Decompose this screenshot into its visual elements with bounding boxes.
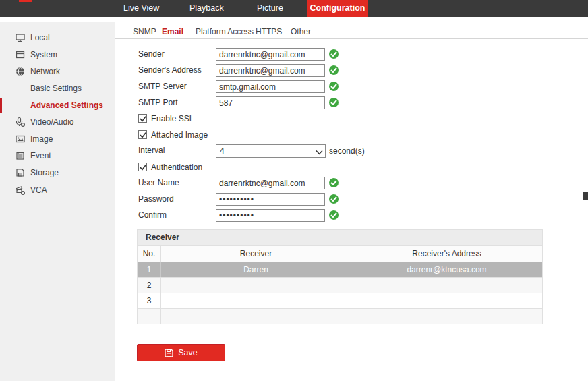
cell-receiver — [161, 293, 351, 308]
interval-suffix: second(s) — [329, 144, 365, 158]
sidebar-item-advanced-settings[interactable]: Advanced Settings — [0, 97, 115, 114]
nav-live-view[interactable]: Live View — [123, 0, 159, 17]
confirm-input[interactable] — [216, 209, 325, 222]
tab-email[interactable]: Email — [160, 26, 185, 39]
logo-fragment — [19, 0, 32, 2]
configuration-page: Live View Playback Picture Configuration… — [0, 0, 588, 381]
sidebar-item-label: Basic Settings — [30, 80, 82, 97]
interval-label: Interval — [138, 144, 165, 157]
sidebar-item-system[interactable]: System — [0, 47, 115, 63]
save-button[interactable]: Save — [137, 344, 225, 361]
valid-check-icon — [329, 82, 339, 91]
sidebar-item-label: System — [30, 47, 57, 63]
top-nav-bar: Live View Playback Picture Configuration — [0, 0, 588, 17]
cell-address — [351, 293, 542, 308]
microphone-icon — [15, 117, 26, 127]
confirm-label: Confirm — [138, 209, 167, 222]
tab-divider — [115, 38, 588, 39]
tab-https[interactable]: HTTPS — [254, 26, 283, 39]
tab-other[interactable]: Other — [289, 26, 312, 39]
cell-receiver — [161, 309, 351, 324]
password-input[interactable] — [216, 193, 325, 206]
sender-label: Sender — [138, 48, 165, 61]
scrollbar-thumb[interactable] — [583, 192, 588, 200]
sidebar-item-local[interactable]: Local — [0, 30, 115, 47]
cell-no: 3 — [138, 293, 161, 308]
save-button-label: Save — [178, 348, 198, 357]
sidebar-item-label: VCA — [30, 182, 47, 199]
interval-value: 4 — [220, 145, 225, 157]
sidebar-item-label: Video/Audio — [30, 114, 74, 131]
checkbox-icon — [138, 114, 147, 123]
sidebar: Local System Network Basic Settings Adva… — [0, 22, 115, 381]
tab-snmp[interactable]: SNMP — [131, 26, 158, 39]
smtp-server-input[interactable] — [216, 80, 325, 93]
chevron-down-icon — [316, 148, 323, 157]
receiver-table: Receiver No. Receiver Receiver's Address… — [137, 229, 543, 324]
active-indicator-bar — [0, 98, 2, 113]
sidebar-item-label: Event — [30, 148, 51, 165]
sidebar-item-network[interactable]: Network — [0, 63, 115, 80]
cell-no: 2 — [138, 278, 161, 293]
sidebar-item-label: Storage — [30, 165, 59, 181]
sidebar-item-image[interactable]: Image — [0, 131, 115, 148]
user-name-input[interactable] — [216, 177, 325, 189]
smtp-port-input[interactable] — [216, 96, 325, 109]
sidebar-item-vca[interactable]: VCA — [0, 182, 115, 199]
smtp-port-label: SMTP Port — [138, 96, 177, 109]
attached-image-label: Attached Image — [151, 129, 208, 140]
monitor-icon — [15, 32, 26, 43]
sender-address-input[interactable] — [216, 64, 325, 77]
password-label: Password — [138, 193, 174, 206]
sidebar-item-video-audio[interactable]: Video/Audio — [0, 114, 115, 131]
globe-icon — [15, 66, 26, 77]
valid-check-icon — [329, 98, 339, 107]
sidebar-item-label: Advanced Settings — [30, 97, 103, 114]
valid-check-icon — [329, 65, 339, 75]
table-row[interactable]: 3 — [138, 293, 542, 308]
sidebar-item-label: Local — [30, 30, 50, 47]
interval-select[interactable]: 4 — [216, 144, 326, 158]
cell-address: darrenr@ktncusa.com — [351, 262, 542, 277]
cell-no: 1 — [138, 262, 161, 277]
table-row[interactable]: 2 — [138, 277, 542, 293]
sidebar-item-label: Network — [30, 63, 60, 80]
table-row[interactable] — [138, 308, 542, 324]
cell-address — [351, 309, 542, 324]
checkbox-icon — [138, 163, 147, 171]
sidebar-item-basic-settings[interactable]: Basic Settings — [0, 80, 115, 97]
save-icon — [165, 349, 173, 357]
tab-platform-access[interactable]: Platform Access — [194, 26, 255, 39]
sidebar-item-storage[interactable]: Storage — [0, 165, 115, 181]
column-header-no: No. — [138, 246, 161, 262]
valid-check-icon — [329, 210, 339, 220]
cell-receiver: Darren — [161, 262, 351, 277]
receiver-table-title: Receiver — [138, 230, 542, 245]
sender-address-label: Sender's Address — [138, 64, 202, 77]
valid-check-icon — [329, 178, 339, 187]
nav-playback[interactable]: Playback — [189, 0, 224, 17]
enable-ssl-label: Enable SSL — [151, 113, 194, 124]
sender-input[interactable] — [216, 48, 325, 61]
storage-icon — [15, 167, 26, 178]
vca-icon — [15, 185, 26, 196]
cell-receiver — [161, 278, 351, 293]
column-header-address: Receiver's Address — [351, 246, 542, 262]
table-row[interactable]: 1 Darren darrenr@ktncusa.com — [138, 262, 542, 277]
cell-address — [351, 278, 542, 293]
column-header-receiver: Receiver — [161, 246, 351, 262]
valid-check-icon — [329, 194, 339, 204]
receiver-table-header: No. Receiver Receiver's Address — [138, 245, 542, 262]
sidebar-item-event[interactable]: Event — [0, 148, 115, 165]
user-name-label: User Name — [138, 177, 179, 189]
valid-check-icon — [329, 49, 339, 59]
cell-no — [138, 309, 161, 324]
image-icon — [15, 134, 26, 144]
smtp-server-label: SMTP Server — [138, 80, 187, 93]
sidebar-item-label: Image — [30, 131, 53, 148]
nav-configuration[interactable]: Configuration — [307, 0, 368, 17]
calendar-icon — [15, 150, 26, 161]
nav-picture[interactable]: Picture — [257, 0, 283, 17]
checkbox-icon — [138, 130, 147, 139]
system-icon — [15, 49, 26, 60]
